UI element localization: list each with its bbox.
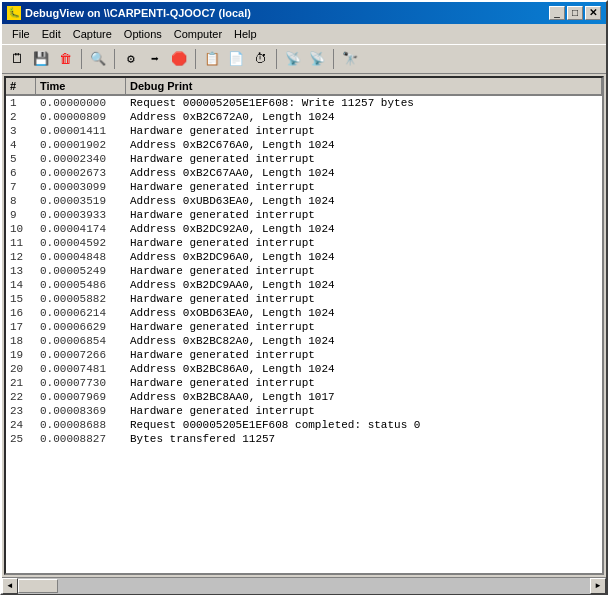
cell-num: 11 <box>6 236 36 250</box>
new-button[interactable]: 🗒 <box>6 48 28 70</box>
cell-time: 0.00005486 <box>36 278 126 292</box>
table-header: # Time Debug Print <box>6 78 602 96</box>
toolbar-separator-3 <box>195 49 196 69</box>
cell-time: 0.00002673 <box>36 166 126 180</box>
cell-msg: Hardware generated interrupt <box>126 124 602 138</box>
table-row: 5 0.00002340 Hardware generated interrup… <box>6 152 602 166</box>
scroll-track[interactable] <box>18 578 590 594</box>
stop-button[interactable]: 🛑 <box>168 48 190 70</box>
scroll-right-button[interactable]: ► <box>590 578 606 594</box>
app-icon: 🐛 <box>7 6 21 20</box>
time-button[interactable]: ⏱ <box>249 48 271 70</box>
close-button[interactable]: ✕ <box>585 6 601 20</box>
table-row: 16 0.00006214 Address 0xOBD63EA0, Length… <box>6 306 602 320</box>
cell-msg: Address 0xB2C676A0, Length 1024 <box>126 138 602 152</box>
cell-num: 25 <box>6 432 36 446</box>
table-row: 8 0.00003519 Address 0xUBD63EA0, Length … <box>6 194 602 208</box>
monitor2-button[interactable]: 📡 <box>306 48 328 70</box>
cell-msg: Hardware generated interrupt <box>126 404 602 418</box>
cell-time: 0.00000000 <box>36 96 126 110</box>
horizontal-scrollbar[interactable]: ◄ ► <box>2 577 606 593</box>
menu-computer[interactable]: Computer <box>168 27 228 41</box>
toggle-button[interactable]: ⚙ <box>120 48 142 70</box>
table-row: 1 0.00000000 Request 000005205E1EF608: W… <box>6 96 602 110</box>
cell-msg: Hardware generated interrupt <box>126 152 602 166</box>
toolbar-separator-2 <box>114 49 115 69</box>
find-button[interactable]: 🔍 <box>87 48 109 70</box>
save-button[interactable]: 💾 <box>30 48 52 70</box>
menu-edit[interactable]: Edit <box>36 27 67 41</box>
cell-num: 4 <box>6 138 36 152</box>
cell-num: 10 <box>6 222 36 236</box>
toolbar-separator-4 <box>276 49 277 69</box>
cell-num: 21 <box>6 376 36 390</box>
table-row: 4 0.00001902 Address 0xB2C676A0, Length … <box>6 138 602 152</box>
cell-time: 0.00004848 <box>36 250 126 264</box>
cell-time: 0.00000809 <box>36 110 126 124</box>
cell-time: 0.00001902 <box>36 138 126 152</box>
toolbar-separator-1 <box>81 49 82 69</box>
cell-msg: Hardware generated interrupt <box>126 376 602 390</box>
cell-num: 23 <box>6 404 36 418</box>
cell-num: 22 <box>6 390 36 404</box>
cell-time: 0.00007730 <box>36 376 126 390</box>
table-row: 15 0.00005882 Hardware generated interru… <box>6 292 602 306</box>
table-row: 25 0.00008827 Bytes transfered 11257 <box>6 432 602 446</box>
cell-msg: Request 000005205E1EF608 completed: stat… <box>126 418 602 432</box>
cell-time: 0.00007266 <box>36 348 126 362</box>
col-header-print: Debug Print <box>126 78 602 94</box>
minimize-button[interactable]: _ <box>549 6 565 20</box>
cell-msg: Hardware generated interrupt <box>126 180 602 194</box>
cell-msg: Hardware generated interrupt <box>126 348 602 362</box>
maximize-button[interactable]: □ <box>567 6 583 20</box>
menu-help[interactable]: Help <box>228 27 263 41</box>
toolbar: 🗒 💾 🗑 🔍 ⚙ ➡ 🛑 📋 📄 ⏱ 📡 📡 🔭 <box>2 44 606 74</box>
menu-capture[interactable]: Capture <box>67 27 118 41</box>
cell-time: 0.00008369 <box>36 404 126 418</box>
search2-button[interactable]: 🔭 <box>339 48 361 70</box>
cell-time: 0.00001411 <box>36 124 126 138</box>
cell-num: 20 <box>6 362 36 376</box>
cell-num: 2 <box>6 110 36 124</box>
cell-msg: Hardware generated interrupt <box>126 320 602 334</box>
menu-options[interactable]: Options <box>118 27 168 41</box>
table-row: 24 0.00008688 Request 000005205E1EF608 c… <box>6 418 602 432</box>
forward-button[interactable]: ➡ <box>144 48 166 70</box>
cell-msg: Request 000005205E1EF608: Write 11257 by… <box>126 96 602 110</box>
cell-num: 1 <box>6 96 36 110</box>
cell-time: 0.00007969 <box>36 390 126 404</box>
log-button[interactable]: 📋 <box>201 48 223 70</box>
cell-time: 0.00006214 <box>36 306 126 320</box>
content-area: # Time Debug Print 1 0.00000000 Request … <box>4 76 604 575</box>
scroll-left-button[interactable]: ◄ <box>2 578 18 594</box>
monitor1-button[interactable]: 📡 <box>282 48 304 70</box>
scroll-thumb[interactable] <box>18 579 58 593</box>
title-buttons: _ □ ✕ <box>549 6 601 20</box>
cell-time: 0.00003099 <box>36 180 126 194</box>
cell-num: 9 <box>6 208 36 222</box>
cell-time: 0.00008827 <box>36 432 126 446</box>
cell-msg: Address 0xOBD63EA0, Length 1024 <box>126 306 602 320</box>
table-row: 21 0.00007730 Hardware generated interru… <box>6 376 602 390</box>
window-title: DebugView on \\CARPENTI-QJOOC7 (local) <box>25 7 251 19</box>
delete-button[interactable]: 🗑 <box>54 48 76 70</box>
cell-msg: Address 0xB2DC92A0, Length 1024 <box>126 222 602 236</box>
col-header-num: # <box>6 78 36 94</box>
log2-button[interactable]: 📄 <box>225 48 247 70</box>
cell-num: 8 <box>6 194 36 208</box>
table-body[interactable]: 1 0.00000000 Request 000005205E1EF608: W… <box>6 96 602 573</box>
cell-time: 0.00002340 <box>36 152 126 166</box>
cell-msg: Hardware generated interrupt <box>126 208 602 222</box>
cell-num: 3 <box>6 124 36 138</box>
cell-msg: Address 0xB2DC9AA0, Length 1024 <box>126 278 602 292</box>
cell-msg: Address 0xB2BC8AA0, Length 1017 <box>126 390 602 404</box>
cell-msg: Hardware generated interrupt <box>126 292 602 306</box>
cell-num: 13 <box>6 264 36 278</box>
menu-file[interactable]: File <box>6 27 36 41</box>
cell-time: 0.00006629 <box>36 320 126 334</box>
table-row: 3 0.00001411 Hardware generated interrup… <box>6 124 602 138</box>
col-header-time: Time <box>36 78 126 94</box>
table-row: 20 0.00007481 Address 0xB2BC86A0, Length… <box>6 362 602 376</box>
cell-num: 14 <box>6 278 36 292</box>
cell-msg: Address 0xB2BC86A0, Length 1024 <box>126 362 602 376</box>
